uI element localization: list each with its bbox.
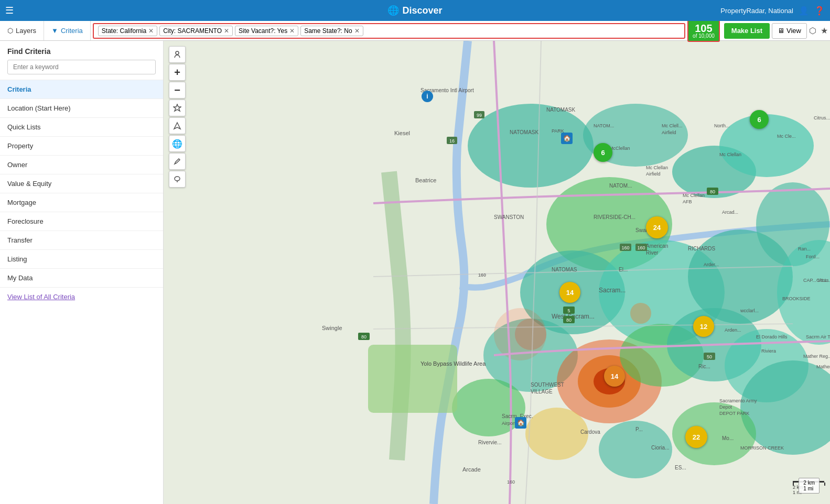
cluster-marker[interactable]: 14 xyxy=(604,366,625,387)
view-button[interactable]: 🖥 View xyxy=(772,23,807,39)
svg-text:Yolo Bypass Wildlife Area: Yolo Bypass Wildlife Area xyxy=(421,360,486,367)
navigate-button[interactable] xyxy=(169,117,186,134)
svg-text:El...: El... xyxy=(619,267,628,272)
filter-tag-vacant: Site Vacant?: Yes ✕ xyxy=(235,26,298,36)
svg-text:Mather Reg...: Mather Reg... xyxy=(803,354,830,359)
remove-same-state-filter[interactable]: ✕ xyxy=(354,27,360,35)
sidebar-item-owner[interactable]: Owner xyxy=(0,155,163,174)
person-location-button[interactable] xyxy=(169,46,186,63)
svg-text:Riviera: Riviera xyxy=(761,348,776,354)
svg-text:BROOKSIDE: BROOKSIDE xyxy=(782,296,811,301)
help-icon[interactable]: ❓ xyxy=(814,6,825,16)
user-label: PropertyRadar, National xyxy=(720,7,793,15)
sidebar-item-location[interactable]: Location (Start Here) xyxy=(0,98,163,117)
lasso-button[interactable] xyxy=(169,171,186,188)
svg-text:160: 160 xyxy=(637,245,645,250)
svg-text:NATOMASK: NATOMASK xyxy=(546,107,576,113)
svg-text:Swingle: Swingle xyxy=(322,325,342,331)
sidebar-item-property[interactable]: Property xyxy=(0,136,163,155)
map-scale: 2 km 1 mi xyxy=(799,478,820,494)
remove-city-filter[interactable]: ✕ xyxy=(224,27,229,35)
svg-text:Citrus...: Citrus... xyxy=(814,115,830,120)
sidebar: Find Criteria Criteria Location (Start H… xyxy=(0,41,164,504)
svg-text:Sacramento Army: Sacramento Army xyxy=(719,398,757,403)
menu-icon[interactable]: ☰ xyxy=(5,5,14,16)
svg-text:AFB: AFB xyxy=(683,199,692,204)
zoom-in-button[interactable]: + xyxy=(169,64,186,81)
svg-text:Rivervie...: Rivervie... xyxy=(478,440,501,445)
svg-text:80: 80 xyxy=(566,317,572,323)
svg-text:El Dorado Hills: El Dorado Hills xyxy=(756,334,788,339)
layers-button[interactable]: ⬡ Layers xyxy=(0,21,44,40)
pin-button[interactable] xyxy=(169,100,186,116)
svg-text:Cioria...: Cioria... xyxy=(651,445,669,451)
svg-text:Ric...: Ric... xyxy=(698,364,710,369)
criteria-button[interactable]: ▼ Criteria xyxy=(44,21,91,40)
svg-point-114 xyxy=(175,177,180,181)
cluster-marker[interactable]: 12 xyxy=(693,316,714,337)
svg-text:RIVERSIDE-CH...: RIVERSIDE-CH... xyxy=(594,214,635,220)
favorite-button[interactable]: ★ xyxy=(818,26,830,36)
share-button[interactable]: ⬡ xyxy=(807,26,818,36)
filter-tag-city: City: SACRAMENTO ✕ xyxy=(159,26,233,36)
result-count-box: 105 of 10,000 xyxy=(687,20,720,42)
svg-text:Arder...: Arder... xyxy=(704,262,719,267)
svg-text:Ran...: Ran... xyxy=(798,246,811,251)
remove-vacant-filter[interactable]: ✕ xyxy=(289,27,295,35)
svg-text:Mc Clell...: Mc Clell... xyxy=(662,123,683,128)
svg-text:P...: P... xyxy=(635,426,643,432)
svg-text:160: 160 xyxy=(621,245,629,250)
svg-rect-26 xyxy=(368,345,457,413)
svg-text:Beatrice: Beatrice xyxy=(415,177,436,183)
sidebar-item-mortgage[interactable]: Mortgage xyxy=(0,193,163,212)
svg-text:50: 50 xyxy=(707,354,712,359)
view-icon: 🖥 xyxy=(778,27,784,35)
make-list-button[interactable]: Make List xyxy=(724,23,770,39)
cluster-marker[interactable]: 24 xyxy=(646,216,668,238)
result-count-number: 105 xyxy=(693,23,715,34)
svg-text:MORRISON CREEK: MORRISON CREEK xyxy=(740,445,784,451)
info-marker[interactable]: i xyxy=(422,91,433,102)
cluster-marker[interactable]: 6 xyxy=(750,110,769,129)
remove-state-filter[interactable]: ✕ xyxy=(148,27,154,35)
filter-tag-state: State: California ✕ xyxy=(98,26,157,36)
svg-point-21 xyxy=(525,408,588,460)
zoom-out-button[interactable]: − xyxy=(169,82,186,98)
svg-text:160: 160 xyxy=(507,479,515,485)
svg-text:NATOM...: NATOM... xyxy=(594,123,614,128)
layers-icon: ⬡ xyxy=(7,27,13,35)
svg-text:Airport: Airport xyxy=(502,421,516,426)
app-title: 🌐 Discover xyxy=(387,5,442,16)
svg-text:160: 160 xyxy=(478,272,486,278)
sidebar-item-foreclosure[interactable]: Foreclosure xyxy=(0,212,163,231)
sidebar-item-value-equity[interactable]: Value & Equity xyxy=(0,174,163,193)
svg-point-24 xyxy=(515,319,546,350)
cluster-marker[interactable]: 14 xyxy=(559,282,580,303)
sidebar-item-transfer[interactable]: Transfer xyxy=(0,231,163,249)
svg-text:Airfield: Airfield xyxy=(646,171,661,177)
svg-text:wcclarl...: wcclarl... xyxy=(740,308,759,313)
svg-text:CAP... VILL...: CAP... VILL... xyxy=(803,278,830,283)
house-marker[interactable]: 🏠 xyxy=(515,417,526,429)
user-icon[interactable]: 👤 xyxy=(799,6,809,16)
sidebar-item-quick-lists[interactable]: Quick Lists xyxy=(0,117,163,136)
svg-text:NATOMAS: NATOMAS xyxy=(552,267,577,272)
draw-button[interactable] xyxy=(169,153,186,170)
svg-text:RICHARDS: RICHARDS xyxy=(688,246,716,251)
svg-text:Ford...: Ford... xyxy=(806,254,820,259)
sidebar-item-listing[interactable]: Listing xyxy=(0,249,163,268)
sidebar-item-my-data[interactable]: My Data xyxy=(0,268,163,287)
cluster-marker[interactable]: 22 xyxy=(685,426,707,448)
svg-point-1 xyxy=(468,104,594,188)
map-area[interactable]: Yolo Bypass Wildlife Area West Sacram...… xyxy=(164,41,830,504)
svg-text:5: 5 xyxy=(567,308,570,313)
globe-map-button[interactable]: 🌐 xyxy=(169,135,186,152)
sidebar-item-criteria[interactable]: Criteria xyxy=(0,80,163,98)
svg-text:North...: North... xyxy=(714,123,730,128)
keyword-search-input[interactable] xyxy=(7,60,156,74)
svg-text:80: 80 xyxy=(710,189,715,194)
cluster-marker[interactable]: 6 xyxy=(594,143,612,162)
svg-point-113 xyxy=(176,51,179,54)
house-marker[interactable]: 🏠 xyxy=(561,133,573,144)
view-all-criteria-link[interactable]: View List of All Criteria xyxy=(0,287,163,306)
